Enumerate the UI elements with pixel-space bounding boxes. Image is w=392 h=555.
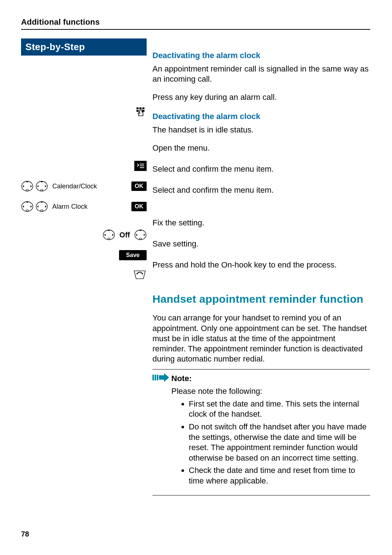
step-by-step-banner: Step-by-Step xyxy=(21,38,147,56)
para-end-process: Press and hold the On-hook key to end th… xyxy=(152,257,370,273)
right-column: Deactivating the alarm clock An appointm… xyxy=(152,38,370,495)
para-save-setting: Save setting. xyxy=(152,236,370,252)
press-key-icon xyxy=(134,107,147,119)
save-row: Save xyxy=(21,247,147,263)
para-press-any-key: Press any key during an alarm call. xyxy=(152,89,370,105)
note-intro: Please note the following: xyxy=(171,386,370,397)
section-header: Additional functions xyxy=(21,17,370,27)
save-button[interactable]: Save xyxy=(119,250,147,260)
para-select-confirm-1: Select and confirm the menu item. xyxy=(152,161,370,177)
page-number: 78 xyxy=(21,530,29,538)
note-arrow-icon xyxy=(152,373,169,384)
nav-key-icon[interactable] xyxy=(21,200,33,213)
para-fix-setting: Fix the setting. xyxy=(152,215,370,231)
para-select-confirm-2: Select and confirm the menu item. xyxy=(152,182,370,198)
menu-key-icon[interactable] xyxy=(134,161,147,171)
off-row: Off xyxy=(21,227,147,243)
off-label: Off xyxy=(119,231,131,239)
nav-key-icon[interactable] xyxy=(103,229,115,241)
nav-key-icon[interactable] xyxy=(134,229,147,241)
para-open-menu: Open the menu. xyxy=(152,140,370,156)
note-block: Note: Please note the following: First s… xyxy=(152,369,370,495)
header-rule xyxy=(21,29,370,30)
para-reminder-intro: You can arrange for your handset to remi… xyxy=(152,313,370,364)
subhead-deactivate-2: Deactivating the alarm clock xyxy=(152,112,370,121)
note-list: First set the date and time. This sets t… xyxy=(171,399,370,486)
onhook-key-icon[interactable] xyxy=(133,269,147,282)
note-bullet: Do not switch off the handset after you … xyxy=(189,422,370,463)
heading-reminder-function: Handset appointment reminder function xyxy=(152,293,370,306)
nav-key-icon[interactable] xyxy=(21,180,33,192)
para-idle-status: The handset is in idle status. xyxy=(152,125,370,135)
nav-key-icon[interactable] xyxy=(36,200,48,213)
ok-button[interactable]: OK xyxy=(131,202,147,211)
ok-button[interactable]: OK xyxy=(131,181,147,191)
note-bullet: First set the date and time. This sets t… xyxy=(189,399,370,420)
menu-calendar-label: Calendar/Clock xyxy=(50,183,129,190)
subhead-deactivate-1: Deactivating the alarm clock xyxy=(152,51,370,60)
nav-key-icon[interactable] xyxy=(36,180,48,192)
press-key-icon-row xyxy=(21,105,147,121)
alarmclock-row: Alarm Clock OK xyxy=(21,199,147,215)
para-reminder-signalled: An appointment reminder call is signalle… xyxy=(152,64,370,84)
calendar-row: Calendar/Clock OK xyxy=(21,178,147,194)
left-column: Step-by-Step Calendar/Clock OK xyxy=(21,38,147,495)
open-menu-icon-row xyxy=(21,158,147,174)
note-bullet: Check the date and time and reset from t… xyxy=(189,465,370,486)
note-label: Note: xyxy=(171,374,192,383)
onhook-row xyxy=(21,268,147,283)
menu-alarmclock-label: Alarm Clock xyxy=(50,203,129,211)
